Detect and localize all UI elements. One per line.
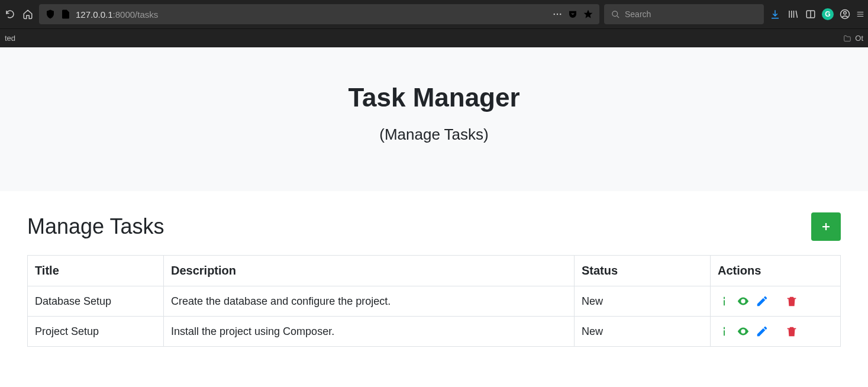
eye-icon[interactable]: [737, 295, 750, 308]
hero-title: Task Manager: [0, 83, 868, 112]
page-info-icon[interactable]: [60, 9, 71, 20]
url-port: :8000: [113, 9, 135, 20]
home-icon[interactable]: [21, 8, 34, 21]
cell-title: Database Setup: [28, 286, 164, 317]
bookmark-folder-other[interactable]: Ot: [843, 34, 863, 43]
library-icon[interactable]: [786, 8, 799, 21]
bookmark-star-icon[interactable]: [583, 9, 593, 20]
bookmark-folder-other-label: Ot: [855, 34, 863, 43]
th-description: Description: [164, 256, 575, 286]
hero-subtitle: (Manage Tasks): [0, 125, 868, 144]
table-row: Database SetupCreate the database and co…: [28, 286, 841, 317]
bookmark-fragment-left[interactable]: ted: [5, 34, 15, 43]
edit-icon[interactable]: [756, 325, 769, 338]
cell-status: New: [575, 286, 711, 317]
svg-point-0: [554, 14, 555, 15]
url-bar[interactable]: 127.0.0.1:8000/tasks: [39, 4, 599, 24]
tasks-table-head: Title Description Status Actions: [28, 256, 841, 286]
table-row: Project SetupInstall the project using C…: [28, 317, 841, 347]
page-hero: Task Manager (Manage Tasks): [0, 47, 868, 191]
account-icon[interactable]: [838, 8, 851, 21]
svg-point-6: [844, 12, 847, 15]
cell-title: Project Setup: [28, 317, 164, 347]
eye-icon[interactable]: [737, 325, 750, 338]
th-actions: Actions: [711, 256, 841, 286]
url-path: /tasks: [135, 9, 158, 20]
url-text: 127.0.0.1:8000/tasks: [76, 9, 158, 20]
search-icon: [611, 10, 620, 19]
info-icon[interactable]: [718, 325, 731, 338]
th-title: Title: [28, 256, 164, 286]
svg-point-1: [557, 14, 558, 15]
downloads-icon[interactable]: [769, 8, 782, 21]
cell-description: Create the database and configure the pr…: [164, 286, 575, 317]
pocket-icon[interactable]: [567, 9, 578, 20]
browser-chrome: 127.0.0.1:8000/tasks G: [0, 0, 868, 47]
svg-point-2: [560, 14, 561, 15]
reader-view-icon[interactable]: [804, 8, 817, 21]
browser-search-input[interactable]: [625, 9, 757, 19]
cell-status: New: [575, 317, 711, 347]
plus-icon: [821, 221, 831, 232]
browser-search-bar[interactable]: [604, 4, 764, 24]
tracking-shield-icon[interactable]: [45, 9, 56, 20]
info-icon[interactable]: [718, 295, 731, 308]
cell-actions: [711, 317, 841, 347]
grammarly-extension-icon[interactable]: G: [822, 8, 834, 20]
svg-point-3: [612, 11, 618, 16]
bookmarks-toolbar: ted Ot: [0, 28, 868, 47]
page-actions-icon[interactable]: [552, 9, 563, 20]
reload-icon[interactable]: [4, 8, 17, 21]
add-task-button[interactable]: [811, 212, 841, 241]
content-area: Manage Tasks Title Description Status Ac…: [0, 191, 868, 368]
section-heading: Manage Tasks: [27, 214, 164, 239]
tasks-table-body: Database SetupCreate the database and co…: [28, 286, 841, 347]
edit-icon[interactable]: [756, 295, 769, 308]
url-host: 127.0.0.1: [76, 9, 113, 20]
cell-description: Install the project using Composer.: [164, 317, 575, 347]
trash-icon[interactable]: [785, 325, 798, 338]
overflow-menu-icon[interactable]: [856, 8, 864, 21]
cell-actions: [711, 286, 841, 317]
tasks-table: Title Description Status Actions Databas…: [27, 255, 841, 347]
trash-icon[interactable]: [785, 295, 798, 308]
browser-toolbar: 127.0.0.1:8000/tasks G: [0, 0, 868, 28]
content-header: Manage Tasks: [27, 212, 841, 241]
th-status: Status: [575, 256, 711, 286]
